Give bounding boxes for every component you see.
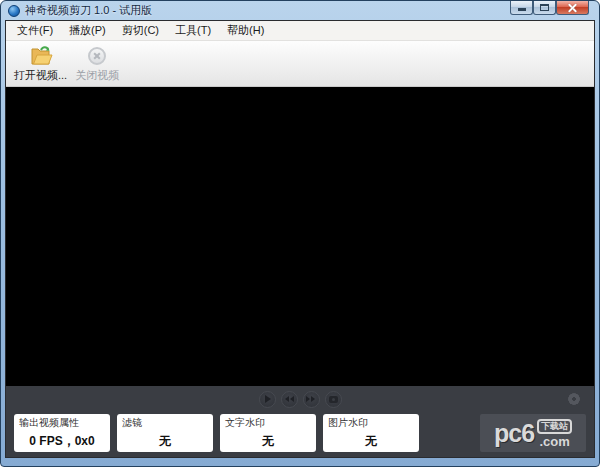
status-value: 0 FPS，0x0 bbox=[19, 433, 105, 450]
close-video-label: 关闭视频 bbox=[75, 68, 119, 83]
status-label: 输出视频属性 bbox=[19, 416, 105, 430]
status-box-output-properties: 输出视频属性 0 FPS，0x0 bbox=[14, 414, 110, 452]
menu-item-help[interactable]: 帮助(H) bbox=[219, 20, 272, 41]
status-label: 滤镜 bbox=[122, 416, 208, 430]
status-panel: 输出视频属性 0 FPS，0x0 滤镜 无 文字水印 无 图片水印 无 pc6 … bbox=[6, 412, 594, 457]
status-box-text-watermark: 文字水印 无 bbox=[220, 414, 316, 452]
minimize-icon bbox=[518, 8, 526, 11]
window-title: 神奇视频剪刀 1.0 - 试用版 bbox=[25, 3, 152, 18]
pc6-suffix: .com bbox=[539, 435, 569, 448]
menu-bar: 文件(F) 播放(P) 剪切(C) 工具(T) 帮助(H) bbox=[6, 21, 594, 41]
pc6-badge: 下载站 bbox=[537, 419, 572, 434]
app-icon[interactable] bbox=[8, 5, 20, 17]
status-value: 无 bbox=[122, 433, 208, 450]
status-value: 无 bbox=[225, 433, 311, 450]
playback-controls bbox=[6, 386, 594, 412]
open-video-button[interactable]: 打开视频... bbox=[10, 44, 71, 84]
open-video-label: 打开视频... bbox=[14, 68, 67, 83]
maximize-button[interactable] bbox=[533, 1, 556, 15]
open-folder-icon bbox=[29, 45, 53, 67]
play-button[interactable] bbox=[259, 391, 276, 408]
menu-item-play[interactable]: 播放(P) bbox=[61, 20, 114, 41]
rewind-button[interactable] bbox=[281, 391, 298, 408]
camera-icon bbox=[329, 396, 338, 403]
rewind-icon bbox=[284, 396, 294, 402]
status-box-filter: 滤镜 无 bbox=[117, 414, 213, 452]
minimize-button[interactable] bbox=[510, 1, 533, 15]
menu-item-cut[interactable]: 剪切(C) bbox=[114, 20, 167, 41]
snapshot-button[interactable] bbox=[325, 391, 342, 408]
menu-item-file[interactable]: 文件(F) bbox=[9, 20, 61, 41]
pc6-logo-text: pc6 bbox=[494, 421, 534, 446]
app-window: 神奇视频剪刀 1.0 - 试用版 文件(F) 播放(P) 剪切(C) 工具(T)… bbox=[0, 0, 600, 467]
maximize-icon bbox=[540, 4, 549, 11]
close-button[interactable] bbox=[556, 1, 589, 15]
status-value: 无 bbox=[328, 433, 414, 450]
toolbar: 打开视频... 关闭视频 bbox=[6, 41, 594, 87]
close-video-icon bbox=[88, 47, 106, 65]
status-label: 图片水印 bbox=[328, 416, 414, 430]
video-display-area bbox=[6, 87, 594, 386]
client-area: 文件(F) 播放(P) 剪切(C) 工具(T) 帮助(H) 打开视频... 关闭… bbox=[5, 20, 595, 458]
close-video-button[interactable]: 关闭视频 bbox=[71, 44, 123, 84]
status-box-image-watermark: 图片水印 无 bbox=[323, 414, 419, 452]
play-icon bbox=[265, 395, 271, 403]
fast-forward-button[interactable] bbox=[303, 391, 320, 408]
status-label: 文字水印 bbox=[225, 416, 311, 430]
menu-item-tools[interactable]: 工具(T) bbox=[167, 20, 219, 41]
pc6-watermark: pc6 下载站 .com bbox=[480, 414, 586, 452]
gear-icon[interactable] bbox=[568, 393, 580, 405]
window-controls bbox=[510, 1, 589, 15]
fast-forward-icon bbox=[306, 396, 316, 402]
close-icon bbox=[567, 2, 578, 13]
